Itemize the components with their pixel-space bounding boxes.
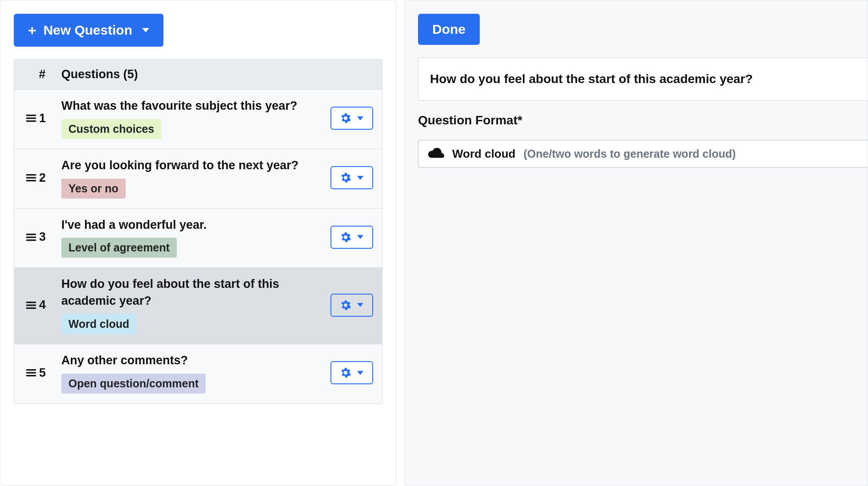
question-body: Are you looking forward to the next year… [61, 157, 330, 199]
question-text: I've had a wonderful year. [61, 217, 323, 234]
question-number: 3 [39, 230, 61, 244]
format-hint: (One/two words to generate word cloud) [524, 147, 736, 160]
question-body: Any other comments?Open question/comment [61, 352, 330, 394]
question-type-tag: Custom choices [61, 119, 161, 139]
chevron-down-icon [357, 303, 363, 307]
format-name: Word cloud [452, 147, 516, 161]
questions-panel: + New Question # Questions (5) 1What was… [0, 0, 396, 486]
chevron-down-icon [357, 371, 363, 375]
new-question-label: New Question [44, 23, 132, 38]
question-format-select[interactable]: Word cloud (One/two words to generate wo… [418, 140, 868, 167]
question-type-tag: Level of agreement [61, 238, 177, 258]
chevron-down-icon [357, 235, 363, 239]
question-format-label: Question Format* [418, 113, 868, 127]
question-body: I've had a wonderful year.Level of agree… [61, 217, 330, 258]
question-number: 1 [39, 112, 61, 125]
question-text: Are you looking forward to the next year… [61, 157, 323, 174]
question-text: What was the favourite subject this year… [61, 98, 323, 115]
question-actions-dropdown[interactable] [330, 226, 373, 249]
question-row[interactable]: 1What was the favourite subject this yea… [14, 90, 382, 149]
question-type-tag: Yes or no [61, 179, 126, 199]
drag-handle-icon[interactable] [23, 367, 39, 378]
question-actions-dropdown[interactable] [330, 361, 373, 384]
chevron-down-icon [142, 28, 149, 32]
question-actions-dropdown[interactable] [330, 166, 373, 189]
question-number: 4 [39, 298, 61, 312]
question-row[interactable]: 2Are you looking forward to the next yea… [14, 149, 382, 209]
question-text-input[interactable] [418, 57, 868, 101]
question-body: How do you feel about the start of this … [61, 276, 330, 334]
drag-handle-icon[interactable] [23, 172, 39, 183]
question-type-tag: Open question/comment [61, 374, 206, 394]
questions-header: # Questions (5) [14, 60, 382, 90]
question-editor-panel: Done Question Format* Word cloud (One/tw… [404, 0, 868, 486]
question-actions-dropdown[interactable] [330, 107, 373, 130]
question-actions-dropdown[interactable] [330, 294, 373, 317]
plus-icon: + [28, 23, 36, 37]
done-button[interactable]: Done [418, 14, 480, 45]
column-number-header: # [23, 68, 61, 81]
question-row[interactable]: 3I've had a wonderful year.Level of agre… [14, 209, 382, 268]
question-type-tag: Word cloud [61, 314, 136, 334]
drag-handle-icon[interactable] [23, 299, 39, 311]
cloud-icon [428, 147, 444, 161]
questions-table: # Questions (5) 1What was the favourite … [14, 59, 382, 404]
question-number: 2 [39, 171, 61, 185]
question-text: How do you feel about the start of this … [61, 276, 323, 310]
drag-handle-icon[interactable] [23, 231, 39, 243]
drag-handle-icon[interactable] [23, 112, 39, 124]
question-number: 5 [39, 366, 61, 380]
column-questions-header: Questions (5) [61, 68, 373, 81]
question-row[interactable]: 5Any other comments?Open question/commen… [14, 344, 382, 403]
question-body: What was the favourite subject this year… [61, 98, 330, 139]
new-question-button[interactable]: + New Question [14, 14, 163, 47]
chevron-down-icon [357, 116, 363, 120]
chevron-down-icon [357, 176, 363, 180]
question-row[interactable]: 4How do you feel about the start of this… [14, 268, 382, 344]
question-text: Any other comments? [61, 352, 323, 369]
